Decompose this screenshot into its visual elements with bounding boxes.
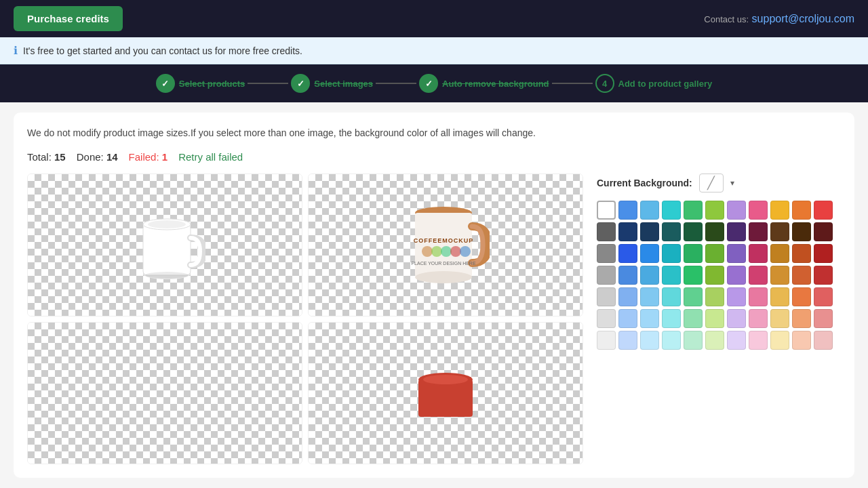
color-swatch[interactable] bbox=[792, 266, 811, 285]
color-swatch[interactable] bbox=[684, 287, 703, 306]
color-swatch[interactable] bbox=[727, 287, 746, 306]
step-connector-3 bbox=[552, 83, 593, 84]
color-swatch[interactable] bbox=[792, 331, 811, 350]
color-swatch[interactable] bbox=[618, 331, 637, 350]
color-swatch[interactable] bbox=[640, 331, 659, 350]
color-swatch[interactable] bbox=[640, 222, 659, 241]
color-swatch[interactable] bbox=[727, 244, 746, 263]
color-swatch[interactable] bbox=[770, 201, 789, 220]
color-row-2 bbox=[597, 222, 841, 241]
color-swatch[interactable] bbox=[684, 266, 703, 285]
color-swatch[interactable] bbox=[597, 266, 616, 285]
color-swatch[interactable] bbox=[792, 222, 811, 241]
color-swatch[interactable] bbox=[662, 222, 681, 241]
color-swatch[interactable] bbox=[727, 309, 746, 328]
color-swatch[interactable] bbox=[640, 287, 659, 306]
color-swatch[interactable] bbox=[749, 309, 768, 328]
chevron-down-icon[interactable]: ▾ bbox=[730, 178, 734, 188]
retry-all-failed-link[interactable]: Retry all failed bbox=[178, 151, 243, 163]
color-swatch[interactable] bbox=[749, 201, 768, 220]
color-swatch[interactable] bbox=[749, 266, 768, 285]
color-swatch[interactable] bbox=[814, 287, 833, 306]
color-swatch[interactable] bbox=[684, 331, 703, 350]
color-swatch[interactable] bbox=[727, 266, 746, 285]
color-swatch[interactable] bbox=[792, 201, 811, 220]
current-bg-label: Current Background: bbox=[597, 178, 692, 188]
bg-preview-button[interactable]: ╱ bbox=[699, 174, 724, 192]
color-swatch[interactable] bbox=[814, 266, 833, 285]
color-swatch[interactable] bbox=[597, 309, 616, 328]
color-swatch[interactable] bbox=[662, 331, 681, 350]
step-3-circle: ✓ bbox=[419, 74, 438, 93]
svg-rect-16 bbox=[418, 380, 473, 417]
color-swatch[interactable] bbox=[618, 244, 637, 263]
color-swatch[interactable] bbox=[618, 266, 637, 285]
svg-point-3 bbox=[148, 220, 186, 228]
color-swatch[interactable] bbox=[705, 222, 724, 241]
color-swatch[interactable] bbox=[814, 309, 833, 328]
color-swatch[interactable] bbox=[770, 331, 789, 350]
color-swatch[interactable] bbox=[640, 201, 659, 220]
total-stat: Total: 15 bbox=[27, 151, 66, 163]
svg-text:PLACE YOUR DESIGN HERE: PLACE YOUR DESIGN HERE bbox=[411, 261, 476, 266]
color-swatch[interactable] bbox=[705, 287, 724, 306]
color-swatch[interactable] bbox=[640, 244, 659, 263]
info-message: It's free to get started and you can con… bbox=[23, 45, 302, 56]
color-swatch[interactable] bbox=[749, 244, 768, 263]
color-swatch[interactable] bbox=[770, 222, 789, 241]
color-swatch[interactable] bbox=[684, 309, 703, 328]
color-swatch[interactable] bbox=[618, 287, 637, 306]
color-swatch[interactable] bbox=[814, 222, 833, 241]
svg-point-12 bbox=[450, 246, 461, 257]
step-connector-2 bbox=[376, 83, 416, 84]
color-swatch[interactable] bbox=[770, 266, 789, 285]
color-swatch[interactable] bbox=[749, 287, 768, 306]
color-swatch[interactable] bbox=[597, 331, 616, 350]
svg-text:COFFEEMOCKUP: COFFEEMOCKUP bbox=[414, 237, 474, 244]
purchase-credits-button[interactable]: Purchase credits bbox=[14, 6, 123, 31]
color-swatch[interactable] bbox=[792, 287, 811, 306]
color-swatch[interactable] bbox=[749, 222, 768, 241]
color-swatch[interactable] bbox=[597, 222, 616, 241]
color-swatch[interactable] bbox=[640, 309, 659, 328]
color-swatch[interactable] bbox=[814, 201, 833, 220]
color-swatch[interactable] bbox=[705, 309, 724, 328]
color-swatch[interactable] bbox=[814, 244, 833, 263]
color-swatch[interactable] bbox=[814, 331, 833, 350]
svg-rect-6 bbox=[415, 213, 472, 277]
color-swatch[interactable] bbox=[705, 244, 724, 263]
color-swatch[interactable] bbox=[618, 222, 637, 241]
color-swatch[interactable] bbox=[705, 201, 724, 220]
color-swatch[interactable] bbox=[684, 222, 703, 241]
color-swatch[interactable] bbox=[662, 201, 681, 220]
color-swatch[interactable] bbox=[618, 309, 637, 328]
color-swatch[interactable] bbox=[662, 287, 681, 306]
color-swatch[interactable] bbox=[684, 201, 703, 220]
color-swatch[interactable] bbox=[597, 244, 616, 263]
color-swatch[interactable] bbox=[662, 309, 681, 328]
color-swatch[interactable] bbox=[792, 244, 811, 263]
color-swatch[interactable] bbox=[640, 266, 659, 285]
step-4-label: Add to product gallery bbox=[618, 79, 713, 89]
color-swatch[interactable] bbox=[770, 244, 789, 263]
svg-point-17 bbox=[423, 375, 468, 384]
color-swatch[interactable] bbox=[705, 266, 724, 285]
color-swatch[interactable] bbox=[597, 287, 616, 306]
color-swatch-white[interactable] bbox=[597, 201, 616, 220]
color-swatch[interactable] bbox=[705, 331, 724, 350]
color-swatch[interactable] bbox=[749, 331, 768, 350]
color-swatch[interactable] bbox=[727, 331, 746, 350]
color-swatch[interactable] bbox=[618, 201, 637, 220]
color-swatch[interactable] bbox=[770, 309, 789, 328]
color-swatch[interactable] bbox=[684, 244, 703, 263]
contact-email-link[interactable]: support@croljou.com bbox=[752, 13, 854, 24]
color-swatch[interactable] bbox=[727, 201, 746, 220]
color-swatch[interactable] bbox=[770, 287, 789, 306]
step-1-label: Select products bbox=[179, 79, 245, 89]
svg-point-9 bbox=[422, 246, 433, 257]
color-swatch[interactable] bbox=[662, 244, 681, 263]
color-swatch[interactable] bbox=[662, 266, 681, 285]
color-row-4 bbox=[597, 266, 841, 285]
color-swatch[interactable] bbox=[792, 309, 811, 328]
color-swatch[interactable] bbox=[727, 222, 746, 241]
